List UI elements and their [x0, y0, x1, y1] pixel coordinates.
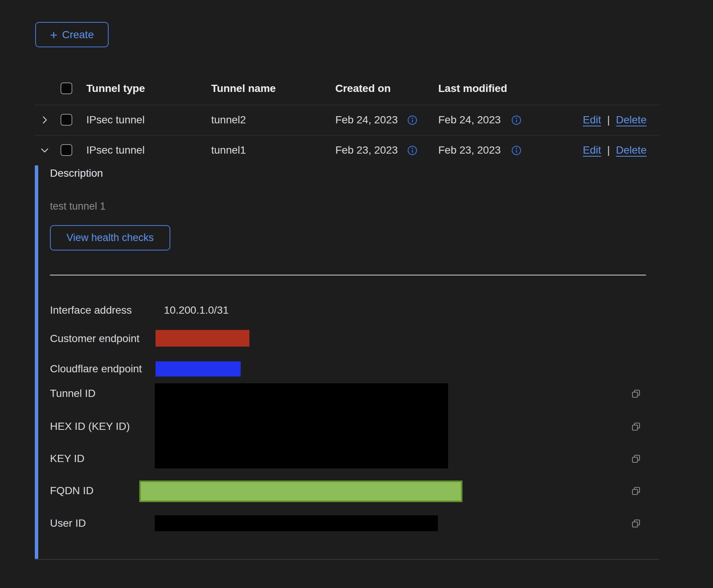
- fqdn-id-label: FQDN ID: [50, 482, 93, 500]
- edit-link[interactable]: Edit: [583, 141, 601, 159]
- column-header-last-modified: Last modified: [438, 79, 507, 98]
- description-value: test tunnel 1: [50, 197, 106, 215]
- actions-separator: |: [607, 141, 610, 159]
- user-id-redacted-value: [155, 515, 438, 531]
- chevron-down-icon[interactable]: [39, 145, 50, 157]
- info-icon[interactable]: [407, 115, 417, 127]
- info-icon[interactable]: [407, 145, 417, 157]
- copy-icon[interactable]: [631, 454, 641, 465]
- key-id-label: KEY ID: [50, 450, 84, 468]
- description-label: Description: [50, 164, 103, 182]
- tunnel-type-cell: IPsec tunnel: [86, 141, 145, 159]
- section-divider: [50, 275, 646, 275]
- column-header-tunnel-type: Tunnel type: [86, 79, 145, 98]
- view-health-checks-label: View health checks: [67, 232, 154, 244]
- ids-redacted-values: [155, 383, 448, 468]
- select-all-checkbox[interactable]: [61, 82, 72, 94]
- interface-address-label: Interface address: [50, 301, 132, 319]
- cloudflare-endpoint-label: Cloudflare endpoint: [50, 360, 142, 378]
- info-icon[interactable]: [511, 115, 522, 127]
- interface-address-value: 10.200.1.0/31: [164, 301, 229, 319]
- tunnel-name-cell: tunnel2: [211, 111, 246, 129]
- edit-link[interactable]: Edit: [583, 111, 601, 129]
- delete-link[interactable]: Delete: [616, 141, 647, 159]
- hex-id-label: HEX ID (KEY ID): [50, 417, 130, 436]
- column-header-created-on: Created on: [335, 79, 391, 98]
- customer-endpoint-redacted-value: [156, 330, 249, 347]
- created-on-cell: Feb 23, 2023: [335, 141, 398, 159]
- actions-separator: |: [607, 111, 610, 129]
- tunnel-id-label: Tunnel ID: [50, 384, 95, 403]
- header-divider: [35, 105, 659, 105]
- tunnel-type-cell: IPsec tunnel: [86, 111, 145, 129]
- expanded-row-bottom-divider: [35, 559, 659, 560]
- view-health-checks-button[interactable]: View health checks: [50, 225, 170, 250]
- tunnel-name-cell: tunnel1: [211, 141, 246, 159]
- cloudflare-endpoint-redacted-value: [156, 361, 241, 376]
- row-actions: Edit | Delete: [583, 141, 646, 159]
- user-id-label: User ID: [50, 514, 86, 532]
- tunnels-page: + Create Tunnel type Tunnel name Created…: [0, 0, 713, 588]
- row-checkbox[interactable]: [61, 114, 72, 126]
- fqdn-id-redacted-value: [139, 481, 462, 502]
- last-modified-cell: Feb 24, 2023: [438, 111, 501, 129]
- create-button-label: Create: [62, 29, 94, 41]
- copy-icon[interactable]: [631, 422, 641, 433]
- created-on-cell: Feb 24, 2023: [335, 111, 398, 129]
- create-button[interactable]: + Create: [35, 22, 109, 47]
- delete-link[interactable]: Delete: [616, 111, 647, 129]
- copy-icon[interactable]: [631, 389, 641, 400]
- copy-icon[interactable]: [631, 486, 641, 498]
- column-header-tunnel-name: Tunnel name: [211, 79, 276, 98]
- row-divider: [35, 135, 659, 135]
- customer-endpoint-label: Customer endpoint: [50, 330, 140, 348]
- plus-icon: +: [50, 28, 58, 41]
- last-modified-cell: Feb 23, 2023: [438, 141, 501, 159]
- expanded-row-accent-bar: [35, 165, 38, 559]
- copy-icon[interactable]: [631, 518, 641, 530]
- row-checkbox[interactable]: [61, 144, 72, 156]
- row-actions: Edit | Delete: [583, 111, 646, 129]
- info-icon[interactable]: [511, 145, 522, 157]
- chevron-right-icon[interactable]: [39, 115, 50, 127]
